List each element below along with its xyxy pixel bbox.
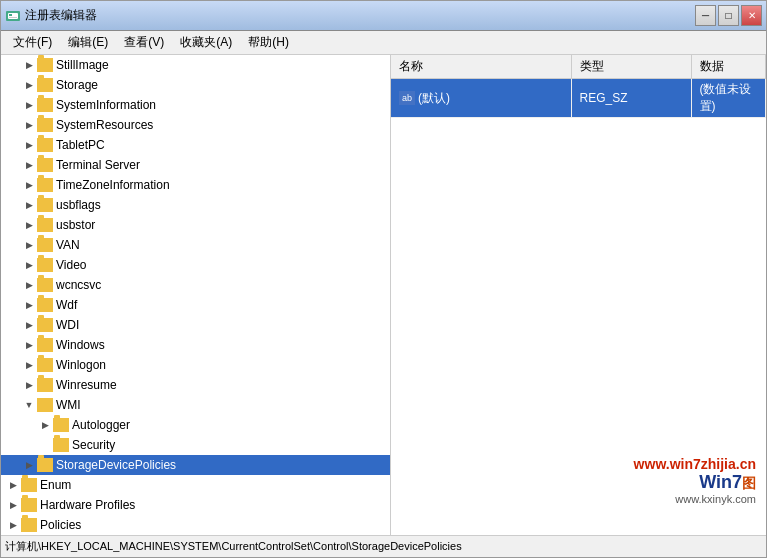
svg-rect-2 [9,14,12,16]
folder-icon [37,258,53,272]
expand-icon[interactable]: ▶ [21,357,37,373]
col-type: 类型 [571,55,691,79]
tree-item-terminalserver[interactable]: ▶ Terminal Server [1,155,390,175]
expand-icon[interactable]: ▶ [21,197,37,213]
tree-label: VAN [56,238,80,252]
tree-label: Terminal Server [56,158,140,172]
folder-icon [37,78,53,92]
window-title: 注册表编辑器 [25,7,97,24]
folder-icon [37,238,53,252]
menu-view[interactable]: 查看(V) [116,32,172,53]
expand-icon[interactable]: ▶ [21,77,37,93]
tree-item-windows[interactable]: ▶ Windows [1,335,390,355]
expand-icon[interactable]: ▶ [5,497,21,513]
folder-icon [37,58,53,72]
tree-label: Wdf [56,298,77,312]
tree-item-stillimage[interactable]: ▶ StillImage [1,55,390,75]
tree-item-tabletpc[interactable]: ▶ TabletPC [1,135,390,155]
expand-icon[interactable]: ▶ [21,317,37,333]
tree-label: TimeZoneInformation [56,178,170,192]
menu-file[interactable]: 文件(F) [5,32,60,53]
minimize-button[interactable]: ─ [695,5,716,26]
folder-icon [37,338,53,352]
tree-item-winlogon[interactable]: ▶ Winlogon [1,355,390,375]
tree-item-wdf[interactable]: ▶ Wdf [1,295,390,315]
tree-label: Video [56,258,86,272]
expand-icon[interactable]: ▶ [21,97,37,113]
tree-label: usbstor [56,218,95,232]
tree-item-wdi[interactable]: ▶ WDI [1,315,390,335]
expand-icon[interactable]: ▶ [21,457,37,473]
expand-icon[interactable]: ▶ [37,417,53,433]
expand-icon[interactable]: ▶ [21,217,37,233]
expand-icon[interactable]: ▼ [21,397,37,413]
folder-icon [53,418,69,432]
expand-icon[interactable]: ▶ [21,117,37,133]
registry-tree[interactable]: ▶ StillImage ▶ Storage ▶ SystemInformati… [1,55,391,535]
tree-item-security[interactable]: ▶ Security [1,435,390,455]
expand-icon[interactable]: ▶ [21,337,37,353]
col-name: 名称 [391,55,571,79]
folder-icon [37,398,53,412]
maximize-button[interactable]: □ [718,5,739,26]
tree-item-systemresources[interactable]: ▶ SystemResources [1,115,390,135]
title-bar-left: 注册表编辑器 [5,7,97,24]
folder-icon [21,498,37,512]
tree-item-video[interactable]: ▶ Video [1,255,390,275]
expand-icon[interactable]: ▶ [21,277,37,293]
menu-edit[interactable]: 编辑(E) [60,32,116,53]
folder-icon [37,198,53,212]
tree-item-timezoneinformation[interactable]: ▶ TimeZoneInformation [1,175,390,195]
tree-item-wcncsvc[interactable]: ▶ wcncsvc [1,275,390,295]
table-row[interactable]: ab (默认) REG_SZ (数值未设置) [391,79,766,118]
menu-favorites[interactable]: 收藏夹(A) [172,32,240,53]
expand-icon[interactable]: ▶ [21,57,37,73]
tree-label: usbflags [56,198,101,212]
tree-item-enum[interactable]: ▶ Enum [1,475,390,495]
tree-label: Winlogon [56,358,106,372]
main-area: ▶ StillImage ▶ Storage ▶ SystemInformati… [1,55,766,535]
svg-rect-3 [9,17,17,18]
tree-item-autologger[interactable]: ▶ Autologger [1,415,390,435]
tree-label: SystemInformation [56,98,156,112]
expand-icon[interactable]: ▶ [21,257,37,273]
expand-icon[interactable]: ▶ [5,517,21,533]
status-text: 计算机\HKEY_LOCAL_MACHINE\SYSTEM\CurrentCon… [5,539,462,554]
tree-label: WDI [56,318,79,332]
expand-icon[interactable]: ▶ [21,297,37,313]
tree-item-van[interactable]: ▶ VAN [1,235,390,255]
expand-icon[interactable]: ▶ [21,237,37,253]
close-button[interactable]: ✕ [741,5,762,26]
tree-item-storagedevicepolicies[interactable]: ▶ StorageDevicePolicies [1,455,390,475]
tree-item-systeminformation[interactable]: ▶ SystemInformation [1,95,390,115]
tree-label: Winresume [56,378,117,392]
expand-icon[interactable]: ▶ [21,157,37,173]
folder-icon [37,358,53,372]
tree-item-storage[interactable]: ▶ Storage [1,75,390,95]
registry-values-panel: 名称 类型 数据 ab (默认) REG_SZ [391,55,766,535]
app-icon [5,8,21,24]
expand-icon[interactable]: ▶ [21,137,37,153]
expand-icon[interactable]: ▶ [21,377,37,393]
folder-icon [53,438,69,452]
menu-help[interactable]: 帮助(H) [240,32,297,53]
menubar: 文件(F) 编辑(E) 查看(V) 收藏夹(A) 帮助(H) [1,31,766,55]
ab-icon: ab [399,91,415,105]
tree-label: wcncsvc [56,278,101,292]
tree-label: Storage [56,78,98,92]
expand-icon[interactable]: ▶ [21,177,37,193]
tree-label: SystemResources [56,118,153,132]
value-data: (数值未设置) [691,79,766,118]
tree-item-policies[interactable]: ▶ Policies [1,515,390,535]
tree-item-usbflags[interactable]: ▶ usbflags [1,195,390,215]
tree-label: Autologger [72,418,130,432]
tree-item-usbstor[interactable]: ▶ usbstor [1,215,390,235]
tree-item-wmi[interactable]: ▼ WMI [1,395,390,415]
folder-icon [37,178,53,192]
tree-label: Security [72,438,115,452]
folder-icon [37,138,53,152]
tree-label: StorageDevicePolicies [56,458,176,472]
tree-item-hardwareprofiles[interactable]: ▶ Hardware Profiles [1,495,390,515]
tree-item-winresume[interactable]: ▶ Winresume [1,375,390,395]
expand-icon[interactable]: ▶ [5,477,21,493]
